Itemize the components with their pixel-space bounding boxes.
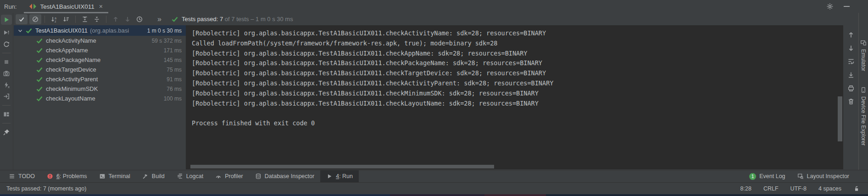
toolbar-separator	[75, 16, 76, 23]
toolwindow-terminal[interactable]: Terminal	[93, 170, 136, 182]
file-encoding[interactable]: UTF-8	[790, 185, 807, 192]
down-stack-trace-button[interactable]	[847, 45, 855, 52]
test-name: checkLayoutName	[46, 95, 95, 102]
problems-label: : Problems	[60, 173, 87, 179]
previous-occurrence-button[interactable]	[110, 14, 122, 24]
run-tool-window: Run: TestA1BasicUIX011 × a	[0, 0, 868, 196]
strip-separator	[2, 53, 11, 53]
summary-details: of 7 tests – 1 m 0 s 30 ms	[223, 16, 293, 22]
next-occurrence-button[interactable]	[122, 14, 134, 24]
unlock-icon[interactable]	[853, 185, 860, 192]
rerun-tests-button[interactable]	[1, 15, 12, 25]
profiler-gauge-icon	[215, 173, 222, 179]
test-duration: 91 ms	[167, 76, 182, 83]
tree-row-test[interactable]: checkActivityParent 91 ms	[14, 74, 186, 84]
status-bar: Tests passed: 7 (moments ago) 8:28 CRLF …	[0, 182, 868, 194]
print-button[interactable]	[847, 84, 855, 92]
toolwindow-problems[interactable]: 6: Problems	[41, 170, 93, 182]
test-history-button[interactable]	[134, 14, 145, 24]
stop-button[interactable]	[3, 58, 10, 66]
test-passed-icon	[36, 56, 43, 64]
tree-row-test[interactable]: checkTargetDevice 75 ms	[14, 65, 186, 74]
console-line: [Robolectric] org.aplas.basicappx.TestA1…	[192, 99, 843, 109]
terminal-label: Terminal	[109, 173, 130, 179]
test-config-icon	[29, 3, 36, 10]
toolbar-separator	[106, 16, 106, 23]
chevron-down-icon[interactable]	[17, 28, 23, 34]
sort-by-duration-button[interactable]	[60, 14, 72, 24]
tab-emulator[interactable]: Emulator	[860, 39, 867, 71]
tree-row-test[interactable]: checkLayoutName 100 ms	[14, 94, 186, 103]
toolwindow-logcat[interactable]: Logcat	[171, 170, 210, 182]
cursor-position[interactable]: 8:28	[740, 185, 751, 192]
layout-inspector-button[interactable]: Layout Inspector	[791, 170, 855, 182]
profiler-label: Profiler	[225, 173, 243, 179]
event-log-button[interactable]: 1 Event Log	[743, 170, 791, 182]
layout-inspector-label: Layout Inspector	[807, 173, 849, 179]
show-passed-button[interactable]	[16, 14, 28, 24]
tree-row-root[interactable]: TestA1BasicUIX011 (org.aplas.basi 1 m 0 …	[14, 25, 186, 36]
problems-error-icon	[47, 173, 53, 179]
tree-row-test[interactable]: checkMinimumSDK 76 ms	[14, 84, 186, 94]
clear-console-trash-button[interactable]	[847, 98, 855, 105]
sort-alphabetically-button[interactable]: a z	[48, 14, 60, 24]
strip-separator	[2, 123, 11, 123]
rerun-failed-tests-button[interactable]	[3, 29, 10, 36]
console-line: [Robolectric] org.aplas.basicappx.TestA1…	[192, 58, 843, 68]
test-duration: 171 ms	[164, 47, 182, 54]
line-separator[interactable]: CRLF	[763, 185, 779, 192]
tab-device-file-explorer[interactable]: Device File Explorer	[860, 87, 867, 146]
restore-layout-icon[interactable]	[3, 111, 10, 118]
tests-passed-check-icon	[171, 16, 178, 23]
attach-to-process-icon[interactable]	[3, 93, 10, 100]
slash-circle-icon	[32, 16, 39, 23]
show-ignored-button[interactable]	[29, 14, 41, 24]
device-file-explorer-tab-label: Device File Explorer	[860, 96, 867, 146]
tree-row-test[interactable]: checkAppName 171 ms	[14, 45, 186, 55]
device-icon	[860, 87, 867, 93]
test-name: checkActivityParent	[46, 76, 98, 83]
toolbar-overflow-icon[interactable]: »	[157, 15, 161, 23]
event-log-label: Event Log	[759, 173, 785, 179]
test-duration: 59 s 372 ms	[152, 38, 182, 44]
gear-icon[interactable]	[826, 3, 834, 10]
tree-row-test[interactable]: checkPackageName 145 ms	[14, 55, 186, 65]
vertical-scrollbar[interactable]	[838, 96, 842, 141]
up-stack-trace-button[interactable]	[847, 31, 855, 39]
collapse-all-button[interactable]	[91, 14, 103, 24]
scroll-to-end-button[interactable]	[847, 71, 855, 78]
expand-all-button[interactable]	[79, 14, 91, 24]
soft-wrap-button[interactable]	[847, 58, 855, 65]
toolwindow-todo[interactable]: TODO	[3, 170, 41, 182]
test-duration: 100 ms	[164, 95, 182, 102]
test-name: checkActivityName	[46, 37, 96, 44]
toolwindow-database-inspector[interactable]: Database Inspector	[249, 170, 320, 182]
pin-tab-icon[interactable]	[3, 129, 10, 136]
run-tab-title: TestA1BasicUIX011	[40, 3, 94, 10]
test-passed-icon	[36, 85, 43, 93]
layout-inspector-icon	[797, 173, 804, 179]
thread-dump-icon[interactable]	[3, 81, 10, 89]
svg-text:a: a	[55, 16, 56, 19]
console-line: [Robolectric] org.aplas.basicappx.TestA1…	[192, 49, 843, 59]
toolwindow-build[interactable]: Build	[136, 170, 171, 182]
toolwindow-run[interactable]: 4: Run	[320, 170, 359, 182]
test-summary: Tests passed: 7 of 7 tests – 1 m 0 s 30 …	[171, 16, 293, 23]
close-tab-icon[interactable]: ×	[99, 3, 103, 10]
tree-row-test[interactable]: checkActivityName 59 s 372 ms	[14, 36, 186, 45]
test-name: checkAppName	[46, 47, 88, 54]
test-duration: 76 ms	[167, 86, 182, 92]
screenshot-camera-icon[interactable]	[3, 70, 10, 77]
horizontal-scrollbar[interactable]	[190, 165, 494, 168]
summary-passed-count: Tests passed: 7	[182, 16, 223, 22]
toggle-auto-test-button[interactable]	[3, 40, 10, 48]
test-name: checkTargetDevice	[46, 66, 96, 73]
run-tab[interactable]: TestA1BasicUIX011 ×	[24, 0, 108, 13]
toolwindow-profiler[interactable]: Profiler	[209, 170, 249, 182]
hide-toolwindow-icon[interactable]	[844, 6, 850, 7]
indent-setting[interactable]: 4 spaces	[818, 185, 841, 192]
test-console[interactable]: [Robolectric] org.aplas.basicappx.TestA1…	[186, 25, 843, 169]
suite-duration: 1 m 0 s 30 ms	[147, 28, 182, 34]
console-line	[192, 108, 843, 118]
history-clock-icon	[136, 16, 143, 23]
